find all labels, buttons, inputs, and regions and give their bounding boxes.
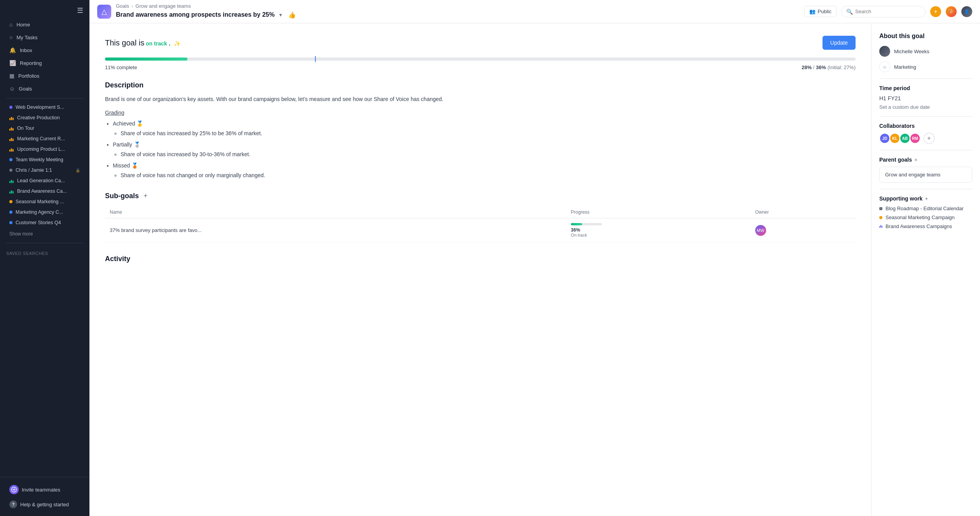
breadcrumb-parent[interactable]: Grow and engage teams [135,3,191,9]
sidebar-item-reporting[interactable]: 📈 Reporting [3,57,86,69]
show-more-button[interactable]: Show more [3,229,86,239]
mini-progress-track [571,223,602,225]
owner-item: Michelle Weeks [879,46,972,57]
collaborators-row: JD KL AB RM + [879,133,972,144]
project-label: Lead Generation Ca... [17,178,65,183]
add-parent-goal-button[interactable]: + [914,157,917,163]
help-button[interactable]: ? Help & getting started [3,497,86,511]
sidebar-item-home-label: Home [16,22,30,28]
col-name: Name [105,206,566,218]
help-label: Help & getting started [20,502,69,507]
sidebar-project-chris-jamie[interactable]: Chris / Jamie 1:1 🔒 [3,165,86,175]
grading-achieved-label: Achieved 🥇 [113,120,143,127]
bar-chart-icon [9,147,14,152]
grading-partially-label: Partially 🥈 [113,141,140,148]
grading-title: Grading [105,110,856,116]
right-divider-2 [879,116,972,117]
update-button[interactable]: Update [822,36,856,50]
add-supporting-work-button[interactable]: + [925,195,928,202]
sidebar-project-on-tour[interactable]: On Tour [3,123,86,133]
table-row[interactable]: 37% brand survey participants are favo..… [105,218,856,242]
sidebar-projects: Web Development S... Creative Production… [0,102,89,228]
collab-avatar-2[interactable]: KL [889,133,900,144]
goal-status-bar: This goal is on track . ✨ Update [105,36,856,50]
add-subgoal-button[interactable]: + [142,192,149,200]
custom-due-date-link[interactable]: Set a custom due date [879,104,930,110]
circle-icon: ○ [9,34,12,40]
parent-goals-header: Parent goals + [879,157,972,163]
col-owner: Owner [751,206,856,218]
progress-track [105,58,856,61]
sidebar-header: ☰ [0,0,89,18]
collab-avatar-1[interactable]: JD [879,133,890,144]
supporting-item-seasonal[interactable]: Seasonal Marketing Campaign [879,214,972,220]
sidebar-project-lead-gen[interactable]: Lead Generation Ca... [3,176,86,186]
main-panel: This goal is on track . ✨ Update 11% com… [89,23,871,516]
add-collaborator-button[interactable]: + [924,133,934,144]
activity-title: Activity [105,255,856,263]
invite-avatar [9,485,19,494]
search-input[interactable] [855,9,920,14]
project-label: Brand Awareness Ca... [17,188,67,194]
collab-avatar-3[interactable]: AB [900,133,910,144]
activity-section: Activity [105,255,856,263]
time-period-value: H1 FY21 [879,95,972,101]
bar-chart-icon [9,115,14,120]
description-text: Brand is one of our organization's key a… [105,95,856,103]
project-label: Seasonal Marketing ... [16,199,64,204]
sidebar-item-portfolios[interactable]: ▦ Portfolios [3,70,86,82]
sidebar-project-creative-prod[interactable]: Creative Production [3,113,86,123]
sidebar: ☰ ⌂ Home ○ My Tasks 🔔 Inbox 📈 Reporting … [0,0,89,516]
sidebar-project-marketing-current[interactable]: Marketing Current R... [3,134,86,144]
search-icon: 🔍 [846,9,853,15]
sidebar-divider [6,98,83,99]
avatar-img: 🎨 [946,6,957,17]
supporting-item-brand[interactable]: Brand Awareness Campaigns [879,223,972,229]
grading-item-missed: Missed 🥉 Share of voice has not changed … [113,162,856,180]
project-label: Customer Stories Q4 [16,220,61,225]
sidebar-item-home[interactable]: ⌂ Home [3,18,86,31]
app-logo: △ [97,5,111,19]
invite-label: Invite teammates [22,487,60,493]
content-area: This goal is on track . ✨ Update 11% com… [89,23,980,516]
subgoals-header: Sub-goals + [105,192,856,200]
sidebar-project-marketing-agency[interactable]: Marketing Agency C... [3,207,86,217]
title-dropdown-button[interactable]: ▾ [278,10,284,19]
breadcrumb-goals[interactable]: Goals [116,3,129,9]
sidebar-item-my-tasks[interactable]: ○ My Tasks [3,31,86,44]
sidebar-item-inbox[interactable]: 🔔 Inbox [3,44,86,56]
project-label: Web Development S... [16,105,64,110]
supporting-title: Supporting work [879,195,922,202]
sidebar-toggle-icon[interactable]: ☰ [77,6,83,15]
public-button[interactable]: 👥 Public [804,6,836,17]
sidebar-project-upcoming-product[interactable]: Upcoming Product L... [3,144,86,154]
owner-avatar-container [879,46,890,57]
time-period-label: Time period [879,85,972,91]
right-divider-1 [879,78,972,79]
bell-icon: 🔔 [9,47,16,53]
sidebar-item-goals[interactable]: ☺ Goals [3,82,86,95]
dept-icon: ○ [879,61,890,72]
collaborators-label: Collaborators [879,123,972,129]
sidebar-project-seasonal-marketing[interactable]: Seasonal Marketing ... [3,197,86,207]
sidebar-project-team-weekly[interactable]: Team Weekly Meeting [3,155,86,165]
bar-chart-icon [9,126,14,131]
project-label: On Tour [17,126,34,131]
collab-avatar-4[interactable]: RM [910,133,920,144]
search-box[interactable]: 🔍 [841,6,926,17]
project-dot [9,200,12,203]
invite-teammates-button[interactable]: Invite teammates [3,482,86,497]
supporting-item-blog[interactable]: Blog Roadmap - Editorial Calendar [879,206,972,211]
help-icon: ? [9,500,17,508]
add-button[interactable]: + [930,6,941,17]
sidebar-project-brand-awareness[interactable]: Brand Awareness Ca... [3,186,86,196]
like-button[interactable]: 👍 [287,10,298,20]
parent-goal-card[interactable]: Grow and engage teams [879,167,972,183]
dept-name: Marketing [894,64,916,70]
project-label: Creative Production [17,115,60,120]
topbar-right: 👥 Public 🔍 + 🎨 👤 [804,6,972,17]
sidebar-project-web-dev[interactable]: Web Development S... [3,102,86,112]
sidebar-divider-2 [6,243,83,243]
sidebar-project-customer-stories[interactable]: Customer Stories Q4 [3,218,86,228]
user-avatar-2[interactable]: 👤 [961,6,972,17]
